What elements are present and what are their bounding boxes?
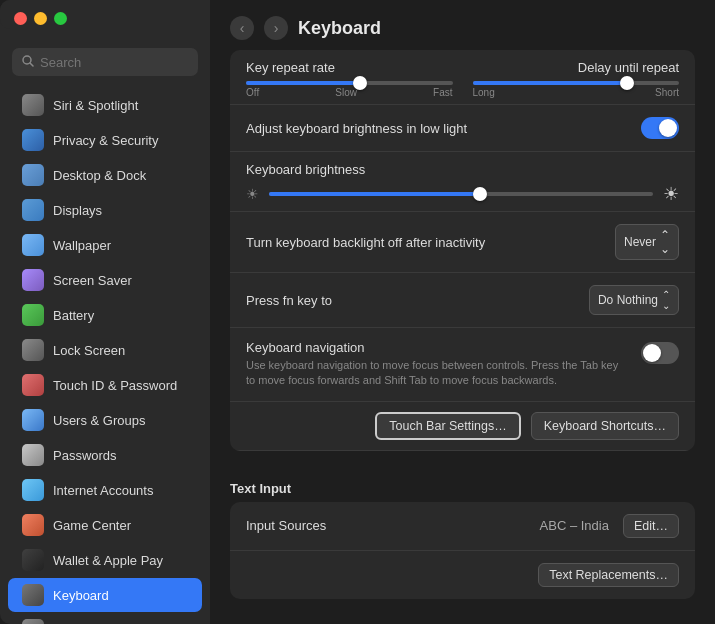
input-sources-edit-button[interactable]: Edit… bbox=[623, 514, 679, 538]
fn-key-label: Press fn key to bbox=[246, 293, 332, 308]
sidebar-icon-displays bbox=[22, 199, 44, 221]
text-input-header: Text Input bbox=[230, 467, 695, 502]
input-sources-label: Input Sources bbox=[246, 518, 326, 533]
brightness-low-icon: ☀ bbox=[246, 186, 259, 202]
sidebar-item-internet[interactable]: Internet Accounts bbox=[8, 473, 202, 507]
keyboard-nav-toggle[interactable] bbox=[641, 342, 679, 364]
keyboard-nav-row: Keyboard navigation Use keyboard navigat… bbox=[230, 328, 695, 402]
touch-bar-settings-button[interactable]: Touch Bar Settings… bbox=[375, 412, 520, 440]
sidebar-icon-internet bbox=[22, 479, 44, 501]
search-box[interactable] bbox=[12, 48, 198, 76]
delay-until-repeat-label: Delay until repeat bbox=[578, 60, 679, 75]
sidebar-label-gamecenter: Game Center bbox=[53, 518, 131, 533]
sidebar-label-internet: Internet Accounts bbox=[53, 483, 153, 498]
sidebar-item-wallpaper[interactable]: Wallpaper bbox=[8, 228, 202, 262]
keyboard-brightness-label: Keyboard brightness bbox=[246, 162, 365, 177]
sidebar-label-passwords: Passwords bbox=[53, 448, 117, 463]
sidebar-icon-lockscreen bbox=[22, 339, 44, 361]
title-bar: ‹ › Keyboard bbox=[210, 0, 715, 50]
text-replacements-row: Text Replacements… bbox=[230, 551, 695, 599]
sidebar-label-siri: Siri & Spotlight bbox=[53, 98, 138, 113]
backlight-row: Turn keyboard backlight off after inacti… bbox=[230, 212, 695, 273]
sidebar-label-wallet: Wallet & Apple Pay bbox=[53, 553, 163, 568]
sidebar-icon-wallet bbox=[22, 549, 44, 571]
sidebar-item-desktop[interactable]: Desktop & Dock bbox=[8, 158, 202, 192]
delay-until-repeat-slider-container[interactable]: Long Short bbox=[473, 81, 680, 98]
brightness-high-icon: ☀ bbox=[663, 183, 679, 205]
sidebar-label-keyboard: Keyboard bbox=[53, 588, 109, 603]
delay-long-label: Long bbox=[473, 87, 495, 98]
sidebar-icon-keyboard bbox=[22, 584, 44, 606]
sidebar-item-touchid[interactable]: Touch ID & Password bbox=[8, 368, 202, 402]
sidebar-item-users[interactable]: Users & Groups bbox=[8, 403, 202, 437]
page-title: Keyboard bbox=[298, 18, 381, 39]
sidebar-item-passwords[interactable]: Passwords bbox=[8, 438, 202, 472]
fn-key-row: Press fn key to Do Nothing ⌃⌄ bbox=[230, 273, 695, 328]
sidebar-item-privacy[interactable]: Privacy & Security bbox=[8, 123, 202, 157]
sidebar-icon-wallpaper bbox=[22, 234, 44, 256]
sidebar-label-battery: Battery bbox=[53, 308, 94, 323]
sidebar-label-privacy: Privacy & Security bbox=[53, 133, 158, 148]
sidebar-icon-users bbox=[22, 409, 44, 431]
sidebar-icon-gamecenter bbox=[22, 514, 44, 536]
back-button[interactable]: ‹ bbox=[230, 16, 254, 40]
fn-key-value: Do Nothing bbox=[598, 293, 658, 307]
delay-short-label: Short bbox=[655, 87, 679, 98]
brightness-toggle-row: Adjust keyboard brightness in low light bbox=[230, 105, 695, 152]
sidebar-item-gamecenter[interactable]: Game Center bbox=[8, 508, 202, 542]
sidebar-item-trackpad[interactable]: Trackpad bbox=[8, 613, 202, 624]
sidebar-label-screensaver: Screen Saver bbox=[53, 273, 132, 288]
sidebar-item-displays[interactable]: Displays bbox=[8, 193, 202, 227]
close-button[interactable] bbox=[14, 12, 27, 25]
brightness-toggle[interactable] bbox=[641, 117, 679, 139]
sidebar-item-siri[interactable]: Siri & Spotlight bbox=[8, 88, 202, 122]
input-sources-value: ABC – India bbox=[540, 518, 609, 533]
forward-button[interactable]: › bbox=[264, 16, 288, 40]
key-repeat-label: Key repeat rate bbox=[246, 60, 335, 75]
keyboard-buttons-row: Touch Bar Settings… Keyboard Shortcuts… bbox=[230, 402, 695, 451]
fullscreen-button[interactable] bbox=[54, 12, 67, 25]
fn-key-select[interactable]: Do Nothing ⌃⌄ bbox=[589, 285, 679, 315]
repeat-delay-card: Key repeat rate Delay until repeat Off S… bbox=[230, 50, 695, 451]
brightness-toggle-label: Adjust keyboard brightness in low light bbox=[246, 121, 467, 136]
sidebar-icon-passwords bbox=[22, 444, 44, 466]
minimize-button[interactable] bbox=[34, 12, 47, 25]
search-input[interactable] bbox=[40, 55, 188, 70]
settings-content: Key repeat rate Delay until repeat Off S… bbox=[210, 50, 715, 624]
fn-key-chevron-icon: ⌃⌄ bbox=[662, 289, 670, 311]
text-replacements-button[interactable]: Text Replacements… bbox=[538, 563, 679, 587]
sidebar-label-touchid: Touch ID & Password bbox=[53, 378, 177, 393]
search-icon bbox=[22, 53, 34, 71]
main-content: ‹ › Keyboard Key repeat rate Delay until… bbox=[210, 0, 715, 624]
keyboard-brightness-slider[interactable] bbox=[269, 192, 653, 196]
sidebar-label-users: Users & Groups bbox=[53, 413, 145, 428]
repeat-slow-label: Slow bbox=[335, 87, 357, 98]
backlight-select[interactable]: Never ⌃⌄ bbox=[615, 224, 679, 260]
sidebar-icon-siri bbox=[22, 94, 44, 116]
backlight-chevron-icon: ⌃⌄ bbox=[660, 228, 670, 256]
sidebar-item-wallet[interactable]: Wallet & Apple Pay bbox=[8, 543, 202, 577]
key-repeat-slider-container[interactable]: Off Slow Fast bbox=[246, 81, 453, 98]
key-repeat-section: Key repeat rate Delay until repeat Off S… bbox=[230, 50, 695, 105]
input-sources-row: Input Sources ABC – India Edit… bbox=[230, 502, 695, 551]
text-input-card: Input Sources ABC – India Edit… Text Rep… bbox=[230, 502, 695, 599]
keyboard-nav-sublabel: Use keyboard navigation to move focus be… bbox=[246, 358, 626, 389]
sidebar-item-keyboard[interactable]: Keyboard bbox=[8, 578, 202, 612]
sidebar-label-wallpaper: Wallpaper bbox=[53, 238, 111, 253]
sidebar-icon-privacy bbox=[22, 129, 44, 151]
repeat-off-label: Off bbox=[246, 87, 259, 98]
sidebar-icon-touchid bbox=[22, 374, 44, 396]
sidebar-icon-trackpad bbox=[22, 619, 44, 624]
sidebar: Siri & Spotlight Privacy & Security Desk… bbox=[0, 0, 210, 624]
keyboard-brightness-section: Keyboard brightness ☀ ☀ bbox=[230, 152, 695, 212]
sidebar-item-screensaver[interactable]: Screen Saver bbox=[8, 263, 202, 297]
sidebar-item-battery[interactable]: Battery bbox=[8, 298, 202, 332]
keyboard-shortcuts-button[interactable]: Keyboard Shortcuts… bbox=[531, 412, 679, 440]
backlight-value: Never bbox=[624, 235, 656, 249]
backlight-label: Turn keyboard backlight off after inacti… bbox=[246, 235, 485, 250]
sidebar-item-lockscreen[interactable]: Lock Screen bbox=[8, 333, 202, 367]
svg-line-1 bbox=[30, 63, 33, 66]
keyboard-nav-label: Keyboard navigation bbox=[246, 340, 626, 355]
traffic-lights bbox=[0, 0, 210, 29]
sidebar-label-desktop: Desktop & Dock bbox=[53, 168, 146, 183]
